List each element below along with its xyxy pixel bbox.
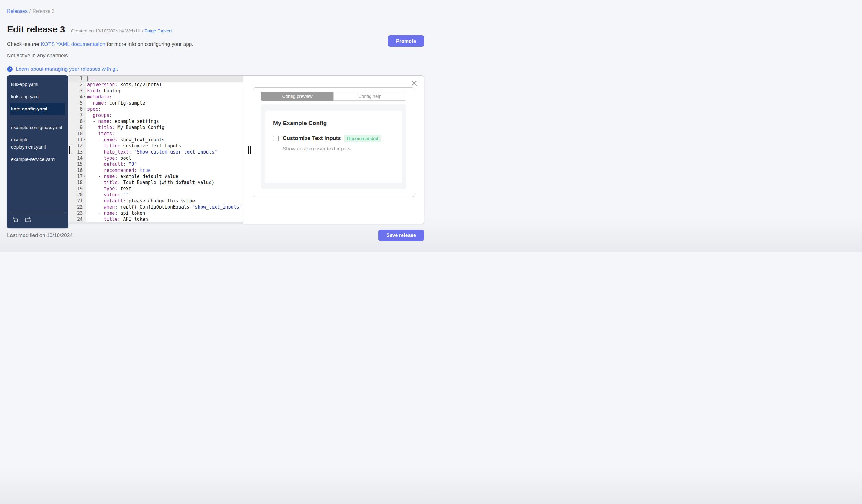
line-number: 21 (68, 198, 86, 204)
code-row[interactable]: 4▾metadata: (68, 94, 243, 100)
code-row[interactable]: 16 recommended: true (68, 167, 243, 173)
git-help-row: ? Learn about managing your releases wit… (7, 66, 424, 72)
code-row[interactable]: 24 title: API token (68, 216, 243, 222)
code-line[interactable]: - name: show_text_inputs (86, 137, 243, 143)
code-line[interactable]: recommended: true (86, 167, 243, 173)
code-line[interactable]: type: bool (86, 155, 243, 161)
code-row[interactable]: 23▾ - name: api_token (68, 210, 243, 216)
code-row[interactable]: 1--- (68, 76, 243, 82)
kots-yaml-docs-link[interactable]: KOTS YAML documentation (41, 41, 105, 47)
code-line[interactable]: items: (86, 131, 243, 137)
recommended-badge: Recommended (344, 135, 381, 142)
config-option-row: Customize Text Inputs Recommended (273, 135, 394, 142)
sidebar-resize-handle[interactable] (69, 146, 73, 154)
code-line[interactable]: spec: (86, 106, 243, 112)
close-icon[interactable] (410, 79, 418, 87)
code-row[interactable]: 6▾spec: (68, 106, 243, 112)
code-line[interactable]: title: Text Example (with default value) (86, 180, 243, 186)
code-line[interactable]: title: Customize Text Inputs (86, 143, 243, 149)
code-row[interactable]: 13 help_text: "Show custom user text inp… (68, 149, 243, 155)
fold-arrow-icon[interactable]: ▾ (82, 210, 86, 216)
author-link[interactable]: Paige Calvert (144, 28, 172, 33)
breadcrumb-releases-link[interactable]: Releases (7, 9, 27, 14)
line-number: 2 (68, 82, 86, 88)
code-line[interactable]: help_text: "Show custom user text inputs… (86, 149, 243, 155)
editor-horizontal-scrollbar[interactable] (68, 222, 243, 224)
customize-text-inputs-checkbox[interactable] (273, 136, 279, 141)
code-line[interactable]: - name: api_token (86, 210, 243, 216)
code-row[interactable]: 22 when: repl{{ ConfigOptionEquals "show… (68, 204, 243, 210)
save-release-button[interactable]: Save release (378, 230, 424, 241)
fold-arrow-icon[interactable]: ▾ (82, 137, 86, 143)
file-item[interactable]: kots-config.yaml (10, 103, 65, 115)
code-area[interactable]: 1---2apiVersion: kots.io/v1beta13kind: C… (68, 76, 243, 224)
yaml-editor[interactable]: 1---2apiVersion: kots.io/v1beta13kind: C… (68, 75, 243, 224)
code-line[interactable]: metadata: (86, 94, 243, 100)
code-line[interactable]: default: please change this value (86, 198, 243, 204)
code-row[interactable]: 9 title: My Example Config (68, 124, 243, 131)
code-row[interactable]: 17▾ - name: example_default_value (68, 173, 243, 180)
code-row[interactable]: 11▾ - name: show_text_inputs (68, 137, 243, 143)
code-line[interactable]: - name: example_settings (86, 118, 243, 124)
code-row[interactable]: 3kind: Config (68, 88, 243, 94)
editor-resize-handle[interactable] (248, 146, 251, 154)
code-row[interactable]: 5 name: config-sample (68, 100, 243, 106)
code-row[interactable]: 21 default: please change this value (68, 198, 243, 204)
code-line[interactable]: --- (86, 76, 243, 82)
code-row[interactable]: 19 type: text (68, 186, 243, 192)
code-row[interactable]: 15 default: "0" (68, 161, 243, 167)
code-line[interactable]: type: text (86, 186, 243, 192)
code-row[interactable]: 14 type: bool (68, 155, 243, 161)
file-item[interactable]: example-deployment.yaml (10, 134, 65, 153)
file-item[interactable]: k8s-app.yaml (10, 78, 65, 91)
code-row[interactable]: 2apiVersion: kots.io/v1beta1 (68, 82, 243, 88)
config-container: Config previewConfig help My Example Con… (253, 88, 415, 197)
code-line[interactable]: name: config-sample (86, 100, 243, 106)
config-preview-card: My Example Config Customize Text Inputs … (265, 111, 402, 183)
code-line[interactable]: default: "0" (86, 161, 243, 167)
code-line[interactable]: apiVersion: kots.io/v1beta1 (86, 82, 243, 88)
code-line[interactable]: kind: Config (86, 88, 243, 94)
file-item[interactable]: example-configmap.yaml (10, 121, 65, 134)
code-line[interactable]: - name: example_default_value (86, 173, 243, 180)
config-option-label: Customize Text Inputs (283, 135, 341, 142)
line-number: 18 (68, 180, 86, 186)
file-item[interactable]: kots-app.yaml (10, 91, 65, 103)
code-line[interactable]: title: API token (86, 216, 243, 222)
fold-arrow-icon[interactable]: ▾ (82, 106, 86, 112)
code-row[interactable]: 18 title: Text Example (with default val… (68, 180, 243, 186)
docs-line-post: for more info on configuring your app. (107, 41, 193, 47)
code-line[interactable]: groups: (86, 112, 243, 118)
fold-arrow-icon[interactable]: ▾ (82, 94, 86, 100)
title-row: Edit release 3 Created on 10/10/2024 by … (7, 24, 424, 35)
fold-arrow-icon[interactable]: ▾ (82, 173, 86, 180)
line-number: 16 (68, 167, 86, 173)
line-number: 22 (68, 204, 86, 210)
line-number: 19 (68, 186, 86, 192)
code-row[interactable]: 12 title: Customize Text Inputs (68, 143, 243, 149)
code-row[interactable]: 20 value: "" (68, 192, 243, 198)
tab-config-preview[interactable]: Config preview (261, 92, 334, 101)
code-row[interactable]: 8▾ - name: example_settings (68, 118, 243, 124)
code-row[interactable]: 10 items: (68, 131, 243, 137)
code-line[interactable]: value: "" (86, 192, 243, 198)
line-number: 4▾ (68, 94, 86, 100)
tab-config-help[interactable]: Config help (334, 92, 406, 101)
code-row[interactable]: 7 groups: (68, 112, 243, 118)
add-file-icon[interactable] (13, 216, 19, 224)
fold-arrow-icon[interactable]: ▾ (82, 118, 86, 124)
promote-button[interactable]: Promote (388, 36, 424, 47)
channel-status: Not active in any channels (7, 53, 424, 59)
add-folder-icon[interactable] (25, 216, 31, 224)
git-releases-link[interactable]: Learn about managing your releases with … (16, 66, 118, 72)
line-number: 8▾ (68, 118, 86, 124)
code-line[interactable]: when: repl{{ ConfigOptionEquals "show_te… (86, 204, 243, 210)
code-line[interactable]: title: My Example Config (86, 124, 243, 131)
config-option-help-text: Show custom user text inputs (283, 146, 394, 152)
line-number: 6▾ (68, 106, 86, 112)
file-item[interactable]: example-service.yaml (10, 153, 65, 165)
docs-line: Check out theKOTS YAML documentationfor … (7, 41, 424, 48)
line-number: 1 (68, 76, 86, 82)
sidebar-footer (10, 213, 65, 228)
line-number: 11▾ (68, 137, 86, 143)
